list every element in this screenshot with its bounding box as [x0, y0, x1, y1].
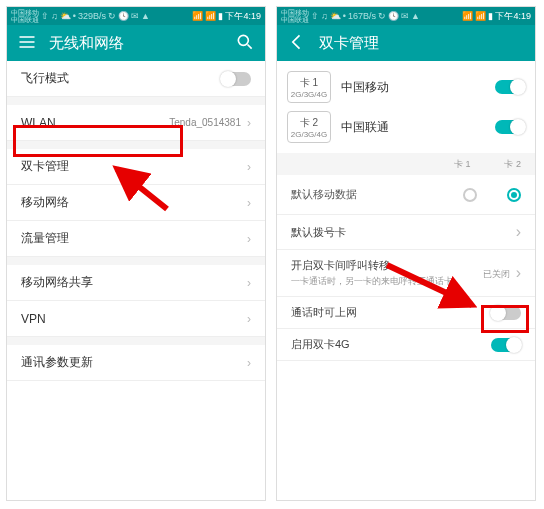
- radio-sim2[interactable]: [507, 188, 521, 202]
- label: 移动网络: [21, 194, 247, 211]
- chevron-right-icon: ›: [247, 356, 251, 370]
- chevron-right-icon: ›: [247, 196, 251, 210]
- clock: 下午4:19: [225, 10, 261, 23]
- search-icon[interactable]: [235, 32, 255, 55]
- titlebar-left: 无线和网络: [7, 25, 265, 61]
- row-wlan[interactable]: WLAN Tenda_0514381 ›: [7, 105, 265, 141]
- chevron-right-icon: ›: [247, 116, 251, 130]
- radio-header: 卡 1 卡 2: [277, 153, 535, 175]
- row-dual-sim[interactable]: 双卡管理 ›: [7, 149, 265, 185]
- sim-row-1[interactable]: 卡 1 2G/3G/4G 中国移动: [287, 71, 525, 103]
- toggle-data-during-call[interactable]: [491, 306, 521, 320]
- label: 飞行模式: [21, 70, 221, 87]
- netspeed: 167B/s: [348, 11, 376, 21]
- label: WLAN: [21, 116, 169, 130]
- statusbar: 中国移动中国联通 ⇧♫⛅• 167B/s ↻🕓✉▲ 📶📶▮ 下午4:19: [277, 7, 535, 25]
- upload-icon: ⇧: [41, 11, 49, 21]
- clock: 下午4:19: [495, 10, 531, 23]
- chevron-right-icon: ›: [516, 264, 521, 282]
- row-tethering[interactable]: 移动网络共享 ›: [7, 265, 265, 301]
- sim-row-2[interactable]: 卡 2 2G/3G/4G 中国联通: [287, 111, 525, 143]
- label: 流量管理: [21, 230, 247, 247]
- state-text: 已关闭: [483, 268, 510, 281]
- chevron-right-icon: ›: [247, 312, 251, 326]
- menu-icon[interactable]: [17, 32, 37, 55]
- carrier-label: 中国移动中国联通: [11, 9, 39, 23]
- row-data-during-call[interactable]: 通话时可上网: [277, 297, 535, 329]
- page-title: 双卡管理: [319, 34, 379, 53]
- row-default-call[interactable]: 默认拨号卡 ›: [277, 215, 535, 250]
- sim-cards-section: 卡 1 2G/3G/4G 中国移动 卡 2 2G/3G/4G 中国联通: [277, 61, 535, 153]
- row-comm-update[interactable]: 通讯参数更新 ›: [7, 345, 265, 381]
- netspeed: 329B/s: [78, 11, 106, 21]
- toggle-sim1[interactable]: [495, 80, 525, 94]
- sim-carrier: 中国移动: [341, 79, 485, 96]
- svg-point-0: [238, 35, 248, 45]
- label: 通讯参数更新: [21, 354, 247, 371]
- sim-carrier: 中国联通: [341, 119, 485, 136]
- toggle-sim2[interactable]: [495, 120, 525, 134]
- sublabel: 一卡通话时，另一卡的来电呼转至通话卡: [291, 275, 483, 288]
- sim-icon: 卡 1 2G/3G/4G: [287, 71, 331, 103]
- label: 开启双卡间呼叫转移: [291, 258, 483, 273]
- row-enable-dual-4g[interactable]: 启用双卡4G: [277, 329, 535, 361]
- label: 移动网络共享: [21, 274, 247, 291]
- label: VPN: [21, 312, 247, 326]
- label: 默认移动数据: [291, 187, 433, 202]
- label: 双卡管理: [21, 158, 247, 175]
- row-traffic[interactable]: 流量管理 ›: [7, 221, 265, 257]
- chevron-right-icon: ›: [247, 160, 251, 174]
- radio-sim1[interactable]: [463, 188, 477, 202]
- chevron-right-icon: ›: [247, 232, 251, 246]
- titlebar-right: 双卡管理: [277, 25, 535, 61]
- toggle-dual-4g[interactable]: [491, 338, 521, 352]
- phone-left-screenshot: 中国移动中国联通 ⇧ ♫⛅• 329B/s ↻🕓✉▲ 📶📶▮ 下午4:19 无线…: [6, 6, 266, 501]
- chevron-right-icon: ›: [516, 223, 521, 241]
- wlan-ssid: Tenda_0514381: [169, 117, 241, 128]
- chevron-right-icon: ›: [247, 276, 251, 290]
- row-mobile-network[interactable]: 移动网络 ›: [7, 185, 265, 221]
- phone-right-screenshot: 中国移动中国联通 ⇧♫⛅• 167B/s ↻🕓✉▲ 📶📶▮ 下午4:19 双卡管…: [276, 6, 536, 501]
- toggle-airplane[interactable]: [221, 72, 251, 86]
- row-default-data[interactable]: 默认移动数据: [277, 175, 535, 215]
- page-title: 无线和网络: [49, 34, 124, 53]
- back-icon[interactable]: [287, 32, 307, 55]
- row-call-forward[interactable]: 开启双卡间呼叫转移 一卡通话时，另一卡的来电呼转至通话卡 已关闭 ›: [277, 250, 535, 297]
- row-vpn[interactable]: VPN ›: [7, 301, 265, 337]
- statusbar: 中国移动中国联通 ⇧ ♫⛅• 329B/s ↻🕓✉▲ 📶📶▮ 下午4:19: [7, 7, 265, 25]
- row-airplane-mode[interactable]: 飞行模式: [7, 61, 265, 97]
- sim-icon: 卡 2 2G/3G/4G: [287, 111, 331, 143]
